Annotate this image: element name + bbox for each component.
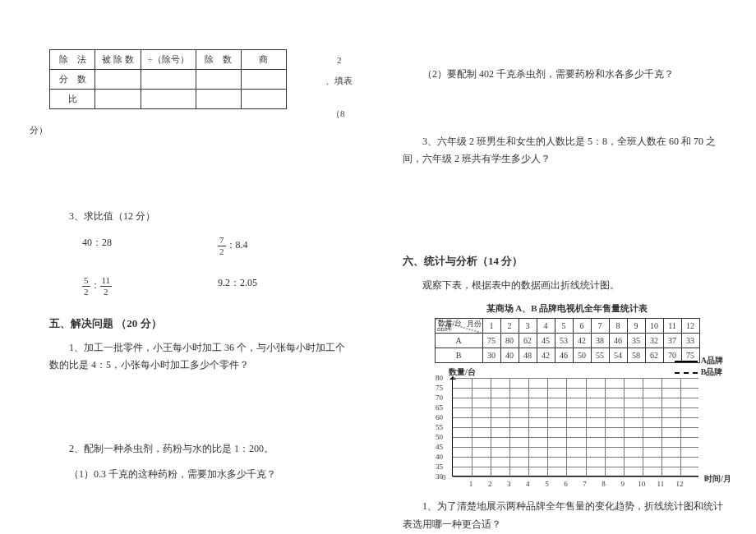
th-sign: ÷（除号）: [141, 50, 196, 70]
x-tick-label: 4: [526, 480, 530, 488]
q6-1: 1、为了清楚地展示两种品牌全年售量的变化趋势，折线统计图和统计表选用哪一种更合适…: [403, 498, 731, 533]
row-label-ratio: 比: [50, 90, 95, 109]
x-tick-label: 5: [545, 480, 549, 488]
table-row: A 75 80 62 45 53 42 38 46 35 32 37 33: [435, 334, 699, 348]
x-tick-label: 7: [583, 480, 587, 488]
th-quotient: 商: [241, 50, 286, 70]
section6-title: 六、统计与分析（14 分）: [403, 254, 731, 269]
y-tick-label: 80: [436, 374, 443, 382]
row-label-fraction: 分 数: [50, 70, 95, 90]
q3-title: 3、求比值（12 分）: [49, 208, 353, 226]
chart-legend: A品牌 B品牌: [675, 355, 723, 378]
table-row: 数量/台 月份 品牌 1 2 3 4 5 6 7 8 9 10 11 12: [435, 319, 699, 334]
ratio-item: 52：112: [82, 276, 218, 297]
x-tick-label: 11: [657, 480, 665, 488]
fraction: 112: [100, 276, 113, 297]
table-row: B 30 40 48 42 46 50 55 54 58 62 70 75: [435, 348, 699, 363]
y-tick-label: 65: [436, 403, 443, 412]
th-dividend: 被 除 数: [95, 50, 141, 70]
side-note: （8: [331, 107, 345, 122]
x-tick-label: 6: [564, 480, 568, 488]
y-tick-label: 35: [436, 463, 443, 471]
section5-title: 五、解决问题 （20 分）: [49, 316, 353, 331]
y-tick-label: 75: [436, 384, 443, 392]
q5-2b: （2）要配制 402 千克杀虫剂，需要药粉和水各多少千克？: [403, 66, 731, 84]
stat-table-title: 某商场 A、B 品牌电视机全年售量统计表: [403, 302, 731, 315]
y-tick-label: 55: [436, 423, 443, 431]
x-tick-label: 12: [675, 480, 683, 488]
ratio-item: 9.2：2.05: [218, 276, 353, 297]
q6-intro: 观察下表，根据表中的数据画出折线统计图。: [403, 277, 731, 295]
ratio-item: 40：28: [82, 236, 218, 256]
x-tick-label: 1: [469, 480, 473, 488]
legend-a: A品牌: [675, 355, 723, 366]
x-tick-label: 3: [507, 480, 511, 488]
th-division: 除 法: [50, 50, 95, 70]
side-note: 分）: [30, 123, 48, 138]
y-tick-label: 45: [436, 443, 443, 451]
x-tick-label: 2: [488, 480, 492, 488]
th-divisor: 除 数: [196, 50, 241, 70]
fraction: 72: [218, 236, 226, 256]
x-tick-label: 8: [602, 480, 606, 488]
q5-2a: （1）0.3 千克的这种药粉，需要加水多少千克？: [49, 466, 353, 484]
legend-b: B品牌: [675, 366, 723, 378]
ratio-item: 72：8.4: [218, 236, 353, 256]
fraction: 52: [82, 276, 90, 297]
fill-table: 除 法 被 除 数 ÷（除号） 除 数 商 分 数 比: [49, 49, 287, 109]
x-tick-label: 9: [620, 480, 625, 488]
y-tick-label: 40: [436, 453, 443, 461]
stat-table: 数量/台 月份 品牌 1 2 3 4 5 6 7 8 9 10 11 12 A …: [435, 318, 700, 363]
q5-1: 1、加工一批零件，小王每小时加工 36 个，与小张每小时加工个数的比是 4：5，…: [49, 339, 353, 375]
y-tick-label: 30: [436, 472, 443, 481]
x-axis-title: 时间/月: [704, 473, 731, 485]
line-chart-grid: A品牌 B品牌 数量/台 0 时间/月 30354045505560657075…: [419, 370, 731, 493]
table-row: 比: [50, 90, 287, 109]
x-tick-label: 10: [638, 480, 645, 488]
y-tick-label: 60: [436, 413, 443, 421]
q5-3: 3、六年级 2 班男生和女生的人数比是 5：8，全班人数在 60 和 70 之间…: [403, 133, 731, 168]
q5-2: 2、配制一种杀虫剂，药粉与水的比是 1：200。: [49, 440, 353, 458]
side-note: 2: [337, 53, 342, 68]
y-tick-label: 70: [436, 394, 443, 402]
y-tick-label: 50: [436, 433, 443, 441]
table-row: 分 数: [50, 70, 287, 90]
side-note: 、填表: [325, 74, 353, 89]
diag-header: 数量/台 月份 品牌: [435, 319, 482, 334]
